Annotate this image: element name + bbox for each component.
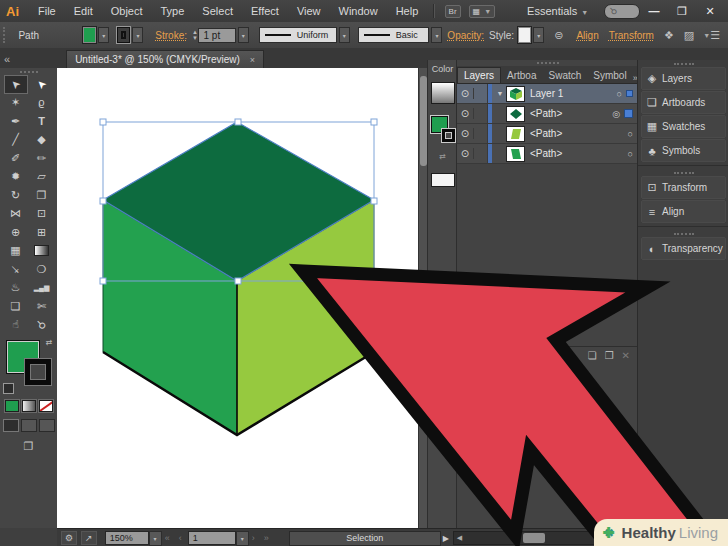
collapse-icon[interactable]: « [4, 53, 10, 65]
stroke-width-field[interactable]: 1 pt [198, 28, 235, 43]
drag-handle[interactable] [638, 169, 728, 175]
column-graph-tool[interactable]: ▂▄▆ [30, 279, 54, 298]
vertical-scrollbar-thumb[interactable] [420, 76, 427, 166]
path-name[interactable]: <Path> [530, 148, 562, 159]
stroke-width-dropdown[interactable]: ▾ [238, 27, 249, 43]
tab-layers[interactable]: Layers [457, 67, 501, 83]
style-swatch[interactable] [518, 27, 531, 43]
share-icon[interactable]: ↗ [81, 531, 97, 545]
dock-transform[interactable]: ⊡ Transform [641, 176, 726, 199]
target-icon[interactable]: ○ [617, 89, 622, 99]
swap-mini-icon[interactable]: ⇄ [439, 152, 446, 161]
workspace-switcher[interactable]: Essentials▼ [527, 5, 588, 17]
transform-link[interactable]: Transform [609, 30, 654, 41]
eraser-tool[interactable]: ▱ [30, 168, 54, 187]
lasso-tool[interactable]: ϱ [30, 94, 54, 113]
menu-file[interactable]: File [29, 5, 65, 17]
selection-indicator[interactable] [626, 90, 633, 97]
width-profile-dropdown[interactable]: ▾ [339, 27, 350, 43]
width-tool[interactable]: ⋈ [4, 205, 28, 224]
gradient-tool[interactable] [30, 242, 54, 261]
menu-type[interactable]: Type [152, 5, 194, 17]
new-sublayer-icon[interactable]: ❏ [588, 350, 597, 361]
white-swatch[interactable] [431, 173, 455, 187]
draw-behind-button[interactable] [21, 419, 37, 432]
none-mode-button[interactable] [39, 400, 53, 412]
pencil-tool[interactable]: ✏ [30, 149, 54, 168]
opacity-link[interactable]: Opacity: [447, 30, 484, 41]
artboard-number-field[interactable]: 1 [188, 531, 236, 545]
artboard-canvas[interactable] [57, 68, 418, 528]
zoom-dropdown[interactable]: ▾ [149, 531, 162, 546]
magic-wand-tool[interactable]: ✶ [4, 94, 28, 113]
selection-indicator[interactable] [624, 109, 633, 118]
document-tab[interactable]: Untitled-3* @ 150% (CMYK/Preview) × [66, 50, 264, 68]
tab-artboards[interactable]: Artboa [501, 68, 542, 83]
visibility-eye-icon[interactable]: ⊙ [457, 108, 474, 119]
gradient-mode-button[interactable] [22, 400, 36, 412]
menu-select[interactable]: Select [193, 5, 242, 17]
target-icon[interactable]: ○ [628, 149, 633, 159]
first-page-icon[interactable]: « [165, 533, 173, 543]
dock-layers[interactable]: ◈ Layers [641, 67, 726, 90]
path-row[interactable]: ⊙ <Path> ○ [457, 144, 638, 164]
drag-handle[interactable] [20, 71, 38, 73]
dock-align[interactable]: ≡ Align [641, 200, 726, 223]
close-button[interactable]: ✕ [696, 5, 724, 18]
isolate-icon[interactable]: ❖ [664, 29, 674, 42]
status-arrow-icon[interactable]: ▶ [443, 534, 449, 543]
next-page-icon[interactable]: › [252, 533, 258, 543]
visibility-eye-icon[interactable]: ⊙ [457, 128, 474, 139]
stroke-color-swatch[interactable] [117, 27, 130, 43]
search-input[interactable]: ⚲ [604, 4, 640, 19]
selection-tool[interactable]: ➤ [4, 75, 28, 94]
type-tool[interactable]: T [30, 112, 54, 131]
status-indicator[interactable]: Selection [289, 531, 441, 546]
shape-builder-tool[interactable]: ⊕ [4, 223, 28, 242]
rotate-tool[interactable]: ↻ [4, 186, 28, 205]
scale-tool[interactable]: ❐ [30, 186, 54, 205]
eyedropper-tool[interactable]: † [4, 260, 28, 279]
panel-menu-icon[interactable]: ☰ [710, 29, 720, 42]
free-transform-tool[interactable]: ⊡ [30, 205, 54, 224]
arrange-documents-button[interactable]: ▦▼ [469, 5, 496, 18]
stroke-indicator[interactable] [25, 359, 51, 385]
menu-window[interactable]: Window [330, 5, 387, 17]
last-page-icon[interactable]: » [264, 533, 272, 543]
fill-color-swatch[interactable] [83, 27, 96, 43]
path-row[interactable]: ⊙ <Path> ◎ [457, 104, 638, 124]
lock-column[interactable] [474, 124, 488, 143]
target-icon[interactable]: ○ [628, 129, 633, 139]
draw-inside-button[interactable] [39, 419, 55, 432]
artboard-tool[interactable]: ❏ [4, 297, 28, 316]
path-name[interactable]: <Path> [530, 108, 562, 119]
artboard-dropdown[interactable]: ▾ [236, 531, 249, 546]
align-link[interactable]: Align [576, 30, 598, 41]
layer-name[interactable]: Layer 1 [530, 88, 563, 99]
symbol-sprayer-tool[interactable]: ♨ [4, 279, 28, 298]
color-mode-button[interactable] [5, 400, 19, 412]
dock-artboards[interactable]: ❏ Artboards [641, 91, 726, 114]
draw-normal-button[interactable] [3, 419, 19, 432]
fill-dropdown-button[interactable]: ▾ [98, 27, 109, 43]
workflow-icon[interactable]: ⚙ [61, 531, 77, 545]
lock-column[interactable] [474, 84, 488, 103]
zoom-tool[interactable]: ⚲ [30, 316, 54, 335]
stroke-panel-link[interactable]: Stroke: [155, 30, 187, 41]
maximize-button[interactable]: ❐ [668, 5, 696, 18]
tab-symbols[interactable]: Symbol [587, 68, 632, 83]
new-layer-icon[interactable]: ❐ [605, 350, 614, 361]
menu-view[interactable]: View [288, 5, 330, 17]
mini-stroke-indicator[interactable] [442, 129, 455, 142]
line-segment-tool[interactable]: ╱ [4, 131, 28, 150]
perspective-grid-tool[interactable]: ⊞ [30, 223, 54, 242]
visibility-eye-icon[interactable]: ⊙ [457, 88, 474, 99]
screen-mode-button[interactable]: ❐ [24, 440, 34, 453]
path-row[interactable]: ⊙ <Path> ○ [457, 124, 638, 144]
menu-object[interactable]: Object [102, 5, 152, 17]
style-dropdown[interactable]: ▾ [533, 27, 544, 43]
swap-fill-stroke-icon[interactable]: ⇄ [46, 338, 53, 347]
tab-swatches[interactable]: Swatch [542, 68, 587, 83]
slice-tool[interactable]: ✄ [30, 297, 54, 316]
dock-swatches[interactable]: ▦ Swatches [641, 115, 726, 138]
